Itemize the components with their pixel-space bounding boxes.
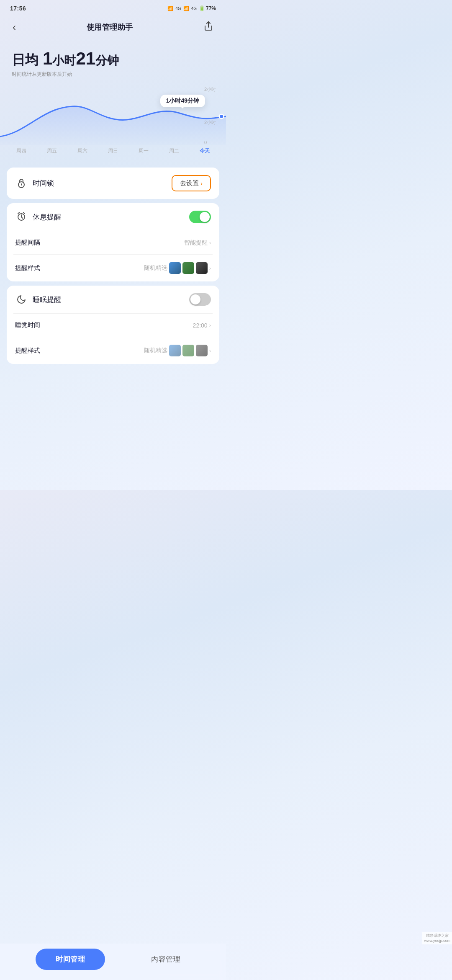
wifi-icon: 📶 [183,6,189,11]
avg-num2: 21 [76,49,95,68]
rest-reminder-label: 休息提醒 [33,212,61,222]
x-label-sun: 周日 [108,147,118,155]
share-icon [203,21,213,31]
sleep-toggle-thumb [190,294,200,304]
sleep-reminder-toggle[interactable] [189,293,211,306]
time-lock-label: 时间锁 [33,178,54,188]
style-chevron-icon: › [209,265,211,271]
sleep-time-row[interactable]: 睡觉时间 22:00 › [7,314,219,337]
share-button[interactable] [201,18,216,36]
time-lock-icon [15,178,28,189]
sleep-reminder-left: 睡眠提醒 [15,294,61,304]
thumb-2 [182,262,194,274]
time-lock-card: 时间锁 去设置 › [7,168,219,199]
signal-icon-2: 4G [175,6,181,11]
x-label-sat: 周六 [77,147,87,155]
status-bar: 17:56 📶 4G 📶 4G 🔋 77% [0,0,226,15]
thumb-1 [169,262,181,274]
avg-text-label: 日均 [12,52,39,67]
daily-avg-time: 日均 1小时21分钟 [12,49,214,68]
y-label-bottom: 0 [204,140,216,145]
reminder-style-label: 提醒样式 [15,264,40,272]
toggle-thumb [200,212,210,222]
x-label-tue: 周二 [169,147,179,155]
avg-unit1: 小时 [52,54,76,67]
svg-point-1 [219,114,224,119]
signal-icon: 📶 [167,6,173,11]
page-title: 使用管理助手 [87,22,133,32]
rest-reminder-toggle[interactable] [189,211,211,223]
time-lock-row: 时间锁 去设置 › [7,168,219,199]
x-label-fri: 周五 [47,147,57,155]
interval-chevron-icon: › [209,240,211,246]
time-lock-action-label: 去设置 [180,179,199,187]
sleep-style-row[interactable]: 提醒样式 随机精选 › [7,337,219,364]
sleep-thumb-3 [196,345,208,356]
avg-unit2: 分钟 [95,54,119,67]
cards-section: 时间锁 去设置 › 休息提醒 [0,162,226,370]
sleep-time-label: 睡觉时间 [15,321,40,329]
x-label-thu: 周四 [16,147,26,155]
interval-label: 提醒间隔 [15,239,40,247]
sleep-thumb-1 [169,345,181,356]
sleep-style-chevron-icon: › [209,348,211,354]
thumbnail-row [169,262,208,274]
reminder-style-value: 随机精选 › [144,262,211,274]
sleep-reminder-icon [15,294,28,304]
x-label-today: 今天 [200,147,210,155]
usage-chart: 2小时 2小时 0 1小时49分钟 周四 周五 周六 周日 周一 周二 今天 [0,86,226,162]
time-lock-left: 时间锁 [15,178,54,189]
interval-row[interactable]: 提醒间隔 智能提醒 › [7,231,219,254]
rest-reminder-row: 休息提醒 [7,203,219,231]
sleep-thumb-2 [182,345,194,356]
thumb-3 [196,262,208,274]
avg-num1: 1 [43,49,52,68]
battery-icon: 🔋 77% [199,5,216,11]
chart-y-labels: 2小时 2小时 0 [204,86,216,145]
sleep-time-value: 22:00 › [193,322,211,329]
status-icons: 📶 4G 📶 4G 🔋 77% [167,5,216,11]
status-time: 17:56 [10,5,26,12]
rest-reminder-icon [15,211,28,222]
daily-stats-section: 日均 1小时21分钟 时间统计从更新版本后开始 [0,41,226,82]
time-lock-setup-button[interactable]: 去设置 › [172,175,211,191]
sleep-reminder-card: 睡眠提醒 睡觉时间 22:00 › 提醒样式 随机精选 [7,286,219,364]
x-label-mon: 周一 [139,147,149,155]
rest-reminder-card: 休息提醒 提醒间隔 智能提醒 › 提醒样式 随机精选 [7,203,219,281]
header: ‹ 使用管理助手 [0,15,226,41]
reminder-style-row[interactable]: 提醒样式 随机精选 › [7,255,219,281]
sleep-time-chevron-icon: › [209,322,211,328]
time-lock-chevron-icon: › [200,180,203,187]
y-label-mid: 2小时 [204,119,216,126]
signal-icon-3: 4G [191,6,197,11]
interval-value: 智能提醒 › [184,239,211,247]
sleep-reminder-row: 睡眠提醒 [7,286,219,313]
sleep-thumbnail-row [169,345,208,356]
back-button[interactable]: ‹ [10,19,18,36]
sleep-reminder-label: 睡眠提醒 [33,295,61,304]
chart-x-labels: 周四 周五 周六 周日 周一 周二 今天 [0,145,226,155]
rest-reminder-left: 休息提醒 [15,211,61,222]
sleep-style-value: 随机精选 › [144,345,211,356]
y-label-top: 2小时 [204,86,216,93]
sleep-style-label: 提醒样式 [15,347,40,355]
chart-tooltip: 1小时49分钟 [160,95,205,107]
daily-avg-note: 时间统计从更新版本后开始 [12,71,214,78]
